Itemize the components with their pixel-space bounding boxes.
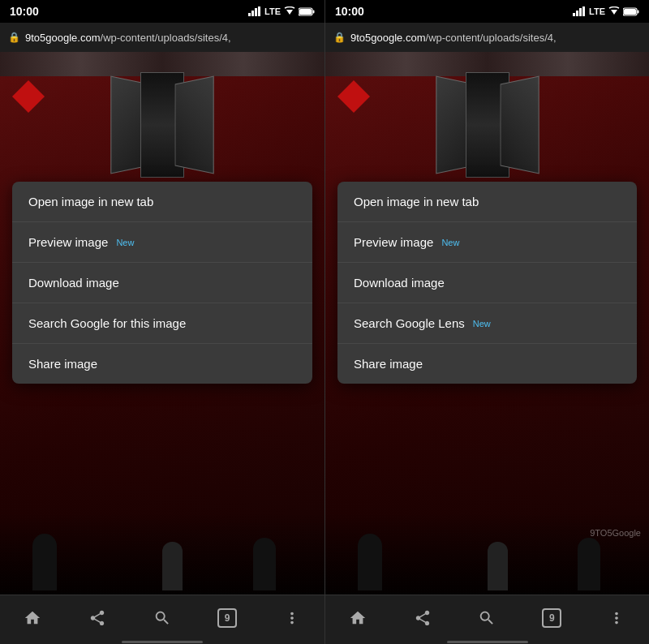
nav-tabs-right[interactable]: 9 bbox=[535, 602, 568, 634]
home-icon-left bbox=[24, 609, 41, 627]
svg-marker-4 bbox=[286, 10, 293, 15]
signal-icon-right bbox=[573, 6, 586, 16]
watermark-right: 9TO5Google bbox=[590, 528, 641, 538]
svg-rect-14 bbox=[638, 10, 639, 13]
url-text-left: 9to5google.com/wp-content/uploads/sites/… bbox=[25, 32, 231, 44]
left-phone-panel: 10:00 LTE 🔒 9t bbox=[0, 0, 324, 644]
battery-icon-right bbox=[623, 7, 639, 16]
menu-item-download-image-left[interactable]: Download image bbox=[12, 263, 312, 303]
home-indicator-left bbox=[0, 640, 324, 644]
menu-item-open-new-tab-left[interactable]: Open image in new tab bbox=[12, 182, 312, 222]
menu-item-open-new-tab-right[interactable]: Open image in new tab bbox=[337, 182, 637, 222]
signal-icon-left bbox=[248, 6, 261, 16]
svg-rect-7 bbox=[299, 9, 312, 15]
menu-item-download-image-right[interactable]: Download image bbox=[337, 263, 637, 303]
hex-right-panel bbox=[175, 75, 214, 174]
wifi-icon-right bbox=[608, 6, 620, 16]
nav-tabs-left[interactable]: 9 bbox=[211, 602, 243, 634]
status-time-left: 10:00 bbox=[10, 5, 39, 18]
more-icon-right bbox=[608, 609, 625, 627]
search-icon-left bbox=[153, 609, 171, 627]
browser-content-right: Open image in new tab Preview image New … bbox=[325, 52, 649, 595]
nav-share-left[interactable] bbox=[81, 602, 114, 634]
person1-left bbox=[32, 534, 57, 590]
menu-item-search-google-lens-right[interactable]: Search Google Lens New bbox=[337, 303, 637, 344]
svg-rect-3 bbox=[258, 6, 260, 16]
new-badge-preview-left: New bbox=[116, 238, 134, 247]
url-text-right: 9to5google.com/wp-content/uploads/sites/… bbox=[350, 32, 557, 44]
home-indicator-bar-left bbox=[122, 641, 203, 643]
person1-right bbox=[358, 534, 382, 590]
new-badge-preview-right: New bbox=[441, 238, 459, 247]
wifi-icon-left bbox=[284, 6, 295, 16]
nav-more-left[interactable] bbox=[276, 602, 308, 634]
menu-item-preview-image-left[interactable]: Preview image New bbox=[12, 222, 312, 263]
more-icon-left bbox=[283, 609, 301, 627]
svg-marker-12 bbox=[611, 10, 617, 15]
svg-rect-8 bbox=[573, 13, 575, 16]
person2-right bbox=[488, 542, 508, 590]
status-bar-right: 10:00 LTE bbox=[325, 0, 649, 23]
nav-bar-left: 9 bbox=[0, 595, 324, 640]
nav-search-right[interactable] bbox=[471, 602, 503, 634]
search-icon-right bbox=[478, 609, 496, 627]
lock-icon-left: 🔒 bbox=[8, 32, 20, 43]
context-menu-left: Open image in new tab Preview image New … bbox=[12, 182, 312, 384]
nav-more-right[interactable] bbox=[600, 602, 633, 634]
lock-icon-right: 🔒 bbox=[333, 32, 346, 43]
right-phone-panel: 10:00 LTE 🔒 9to5google.com/wp-conte bbox=[324, 0, 649, 644]
url-bar-left[interactable]: 🔒 9to5google.com/wp-content/uploads/site… bbox=[0, 23, 324, 52]
hex-structure-left bbox=[110, 68, 215, 182]
lte-label-left: LTE bbox=[264, 6, 281, 16]
menu-item-share-image-right[interactable]: Share image bbox=[337, 344, 637, 384]
status-time-right: 10:00 bbox=[335, 5, 364, 18]
svg-rect-10 bbox=[579, 8, 582, 16]
svg-rect-0 bbox=[248, 13, 251, 16]
url-bar-right[interactable]: 🔒 9to5google.com/wp-content/uploads/site… bbox=[325, 23, 649, 52]
person3-right bbox=[578, 538, 600, 590]
nav-share-right[interactable] bbox=[406, 602, 439, 634]
person3-left bbox=[253, 538, 276, 590]
svg-rect-1 bbox=[251, 11, 254, 16]
svg-rect-6 bbox=[313, 10, 315, 13]
tab-count-left[interactable]: 9 bbox=[217, 608, 237, 628]
menu-item-preview-image-right[interactable]: Preview image New bbox=[337, 222, 637, 263]
new-badge-lens-right: New bbox=[473, 319, 491, 328]
lte-label-right: LTE bbox=[589, 6, 605, 16]
svg-rect-9 bbox=[576, 11, 578, 16]
battery-icon-left bbox=[299, 7, 315, 16]
context-menu-right: Open image in new tab Preview image New … bbox=[337, 182, 637, 384]
share-icon-left bbox=[88, 609, 106, 627]
home-icon-right bbox=[349, 609, 367, 627]
nav-bar-right: 9 bbox=[325, 595, 649, 640]
status-icons-left: LTE bbox=[248, 6, 315, 16]
svg-rect-2 bbox=[255, 8, 257, 16]
menu-item-search-google-left[interactable]: Search Google for this image bbox=[12, 303, 312, 344]
nav-home-left[interactable] bbox=[16, 602, 49, 634]
hex-structure-right bbox=[435, 68, 540, 182]
home-indicator-right bbox=[325, 640, 649, 644]
status-icons-right: LTE bbox=[573, 6, 639, 16]
person2-left bbox=[162, 542, 183, 590]
svg-rect-15 bbox=[624, 9, 636, 15]
nav-home-right[interactable] bbox=[342, 602, 374, 634]
tab-count-right[interactable]: 9 bbox=[542, 608, 561, 628]
home-indicator-bar-right bbox=[447, 641, 528, 643]
menu-item-share-image-left[interactable]: Share image bbox=[12, 344, 312, 384]
svg-rect-11 bbox=[582, 6, 585, 16]
browser-content-left: Open image in new tab Preview image New … bbox=[0, 52, 324, 595]
hex-right-panel-r bbox=[500, 75, 539, 174]
status-bar-left: 10:00 LTE bbox=[0, 0, 324, 23]
share-icon-right bbox=[414, 609, 432, 627]
nav-search-left[interactable] bbox=[146, 602, 178, 634]
